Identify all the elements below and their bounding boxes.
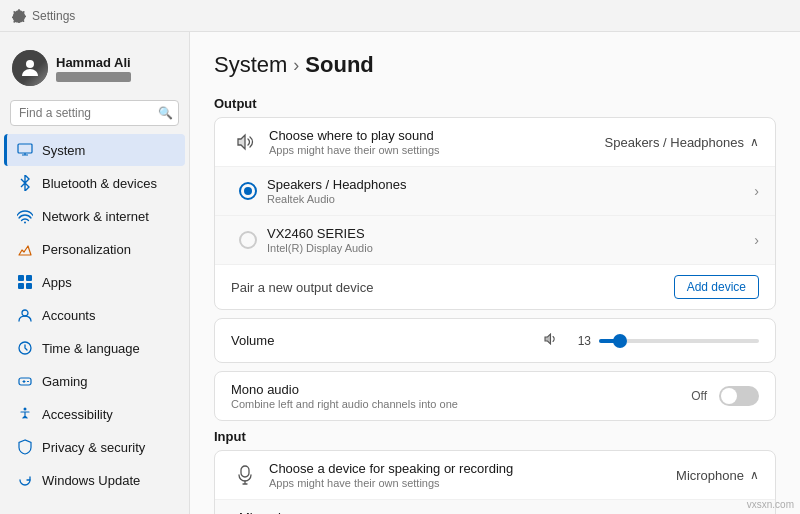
sidebar-label-accounts: Accounts <box>42 308 95 323</box>
svg-point-7 <box>22 310 28 316</box>
avatar <box>12 50 48 86</box>
sidebar-label-network: Network & internet <box>42 209 149 224</box>
mono-audio-toggle[interactable] <box>719 386 759 406</box>
input-chevron-up-icon: ∧ <box>750 468 759 482</box>
microphone-label: Microphone <box>239 510 750 514</box>
user-section[interactable]: Hammad Ali <box>0 40 189 96</box>
sidebar-label-privacy: Privacy & security <box>42 440 145 455</box>
accounts-icon <box>16 306 34 324</box>
sidebar-item-personalization[interactable]: Personalization <box>4 233 185 265</box>
system-icon <box>16 141 34 159</box>
user-info: Hammad Ali <box>56 55 131 82</box>
volume-number: 13 <box>567 334 591 348</box>
svg-rect-3 <box>18 275 24 281</box>
mono-audio-row: Mono audio Combine left and right audio … <box>215 372 775 420</box>
accessibility-icon <box>16 405 34 423</box>
sidebar-label-update: Windows Update <box>42 473 140 488</box>
app-container: Hammad Ali 🔍 System Bluetooth & devices <box>0 32 800 514</box>
svg-rect-4 <box>26 275 32 281</box>
user-email <box>56 72 131 82</box>
microphone-option[interactable]: Microphone Realtek Audio › <box>215 500 775 514</box>
svg-point-10 <box>24 408 27 411</box>
output-section-label: Output <box>214 96 776 111</box>
output-device-value: Speakers / Headphones ∧ <box>605 135 759 150</box>
add-output-device-button[interactable]: Add device <box>674 275 759 299</box>
settings-icon <box>12 9 26 23</box>
breadcrumb-current: Sound <box>305 52 373 78</box>
network-icon <box>16 207 34 225</box>
breadcrumb: System › Sound <box>214 52 776 78</box>
titlebar: Settings <box>0 0 800 32</box>
titlebar-label: Settings <box>32 9 75 23</box>
sidebar-item-accessibility[interactable]: Accessibility <box>4 398 185 430</box>
time-icon <box>16 339 34 357</box>
speakers-label: Speakers / Headphones <box>267 177 750 192</box>
sidebar-item-apps[interactable]: Apps <box>4 266 185 298</box>
output-device-subtitle: Apps might have their own settings <box>269 144 605 156</box>
mic-header-icon <box>231 461 259 489</box>
volume-label: Volume <box>231 333 535 348</box>
watermark: vxsxn.com <box>747 499 794 510</box>
svg-rect-11 <box>241 466 249 477</box>
sidebar-label-gaming: Gaming <box>42 374 88 389</box>
mono-audio-subtitle: Combine left and right audio channels in… <box>231 398 691 410</box>
mono-audio-value: Off <box>691 386 759 406</box>
vx2460-chevron: › <box>754 232 759 248</box>
search-input[interactable] <box>10 100 179 126</box>
vx2460-option[interactable]: VX2460 SERIES Intel(R) Display Audio › <box>215 216 775 265</box>
mono-audio-off-label: Off <box>691 389 707 403</box>
sidebar-label-bluetooth: Bluetooth & devices <box>42 176 157 191</box>
sidebar-item-privacy[interactable]: Privacy & security <box>4 431 185 463</box>
svg-rect-5 <box>18 283 24 289</box>
sidebar-item-update[interactable]: Windows Update <box>4 464 185 496</box>
volume-slider[interactable] <box>599 339 759 343</box>
user-name: Hammad Ali <box>56 55 131 70</box>
svg-rect-1 <box>18 144 32 153</box>
sidebar-item-system[interactable]: System <box>4 134 185 166</box>
speakers-radio[interactable] <box>239 182 257 200</box>
input-device-value: Microphone ∧ <box>676 468 759 483</box>
vx2460-label: VX2460 SERIES <box>267 226 750 241</box>
volume-icon <box>543 331 559 350</box>
pair-output-row: Pair a new output device Add device <box>215 265 775 309</box>
input-device-header-row[interactable]: Choose a device for speaking or recordin… <box>215 451 775 500</box>
speakers-sublabel: Realtek Audio <box>267 193 750 205</box>
sidebar-item-accounts[interactable]: Accounts <box>4 299 185 331</box>
apps-icon <box>16 273 34 291</box>
mono-audio-title: Mono audio <box>231 382 691 397</box>
output-card: Choose where to play sound Apps might ha… <box>214 117 776 310</box>
volume-card: Volume 13 <box>214 318 776 363</box>
input-device-subtitle: Apps might have their own settings <box>269 477 676 489</box>
output-device-header-row[interactable]: Choose where to play sound Apps might ha… <box>215 118 775 167</box>
main-content: System › Sound Output Choose where to pl… <box>190 32 800 514</box>
speakers-chevron: › <box>754 183 759 199</box>
chevron-up-icon: ∧ <box>750 135 759 149</box>
input-card: Choose a device for speaking or recordin… <box>214 450 776 514</box>
pair-output-label: Pair a new output device <box>231 280 373 295</box>
output-device-title: Choose where to play sound <box>269 128 605 143</box>
input-device-title: Choose a device for speaking or recordin… <box>269 461 676 476</box>
sidebar-label-apps: Apps <box>42 275 72 290</box>
sidebar-label-personalization: Personalization <box>42 242 131 257</box>
personalization-icon <box>16 240 34 258</box>
speakers-option[interactable]: Speakers / Headphones Realtek Audio › <box>215 167 775 216</box>
breadcrumb-separator: › <box>293 55 299 76</box>
mono-audio-card: Mono audio Combine left and right audio … <box>214 371 776 421</box>
update-icon <box>16 471 34 489</box>
sidebar: Hammad Ali 🔍 System Bluetooth & devices <box>0 32 190 514</box>
svg-point-2 <box>24 222 26 224</box>
search-box[interactable]: 🔍 <box>10 100 179 126</box>
sidebar-item-gaming[interactable]: Gaming <box>4 365 185 397</box>
breadcrumb-parent[interactable]: System <box>214 52 287 78</box>
volume-thumb <box>613 334 627 348</box>
sidebar-item-network[interactable]: Network & internet <box>4 200 185 232</box>
volume-row: Volume 13 <box>215 319 775 362</box>
sidebar-label-time: Time & language <box>42 341 140 356</box>
vx2460-radio[interactable] <box>239 231 257 249</box>
sidebar-item-time[interactable]: Time & language <box>4 332 185 364</box>
sidebar-item-bluetooth[interactable]: Bluetooth & devices <box>4 167 185 199</box>
input-section-label: Input <box>214 429 776 444</box>
gaming-icon <box>16 372 34 390</box>
sidebar-label-accessibility: Accessibility <box>42 407 113 422</box>
sidebar-label-system: System <box>42 143 85 158</box>
